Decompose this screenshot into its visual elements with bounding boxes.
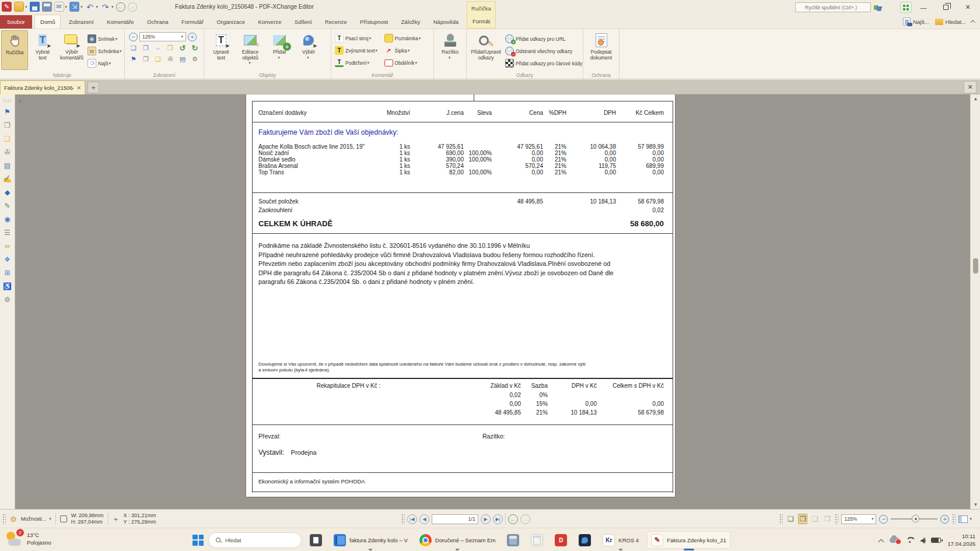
pdf-page[interactable]: Označení dodávkyMnožství J.cenaSleva Cen… — [246, 94, 675, 497]
taskbar-window-kros[interactable]: KROS 4 — [599, 531, 642, 549]
taskbar-app-calculator[interactable] — [503, 531, 523, 549]
scroll-down-icon[interactable]: ▼ — [971, 500, 980, 509]
properties-icon[interactable]: ⚙ — [2, 294, 13, 306]
new-tab-button[interactable]: + — [88, 82, 99, 93]
accessibility-icon[interactable]: ♿ — [2, 280, 13, 292]
options-caret[interactable]: ▾ — [49, 517, 51, 521]
zoom-grip2[interactable] — [835, 514, 838, 524]
print-icon[interactable] — [42, 2, 52, 12]
bookmarks-panel-icon[interactable]: ⚑ — [129, 54, 138, 64]
tab-pristupnost[interactable]: Přístupnost — [355, 15, 393, 29]
signatures-icon[interactable]: ✍ — [2, 173, 13, 185]
bookmarks-icon[interactable]: ⚑ — [2, 106, 13, 118]
start-button[interactable] — [192, 535, 204, 546]
order-icon[interactable]: ☰ — [2, 227, 13, 238]
poznamka-button[interactable]: Poznámka▾ — [384, 32, 432, 44]
actual-size-icon[interactable]: ❏ — [129, 43, 138, 52]
schranka-button[interactable]: Schránka▾ — [88, 45, 121, 57]
next-page-icon[interactable]: ▶ — [481, 514, 491, 524]
comments-panel-icon[interactable]: ❑ — [153, 54, 163, 64]
wifi-icon[interactable] — [906, 537, 914, 543]
tab-format[interactable]: Formát — [467, 15, 496, 29]
cloud-status-icon[interactable] — [890, 538, 900, 543]
upravit-text-button[interactable]: T➤ Upravit text — [208, 30, 235, 70]
panes-settings-icon[interactable]: ⚙ — [190, 54, 200, 64]
close-button[interactable]: ✕ — [958, 0, 978, 15]
pridat-upravit-odkazy-button[interactable]: Přidat/Upravit odkazy — [469, 30, 503, 70]
email-dropdown-caret[interactable]: ▾ — [65, 5, 68, 9]
zoom-in-button[interactable]: + — [940, 515, 949, 524]
two-page-continuous-icon[interactable]: ❒ — [822, 514, 832, 524]
close-tab-icon[interactable]: ✕ — [76, 85, 81, 91]
history-forward-icon[interactable]: → — [128, 2, 137, 12]
continuous-layout-icon[interactable]: ❐ — [798, 514, 807, 524]
tab-komentare[interactable]: Komentáře — [102, 15, 139, 29]
snimek-button[interactable]: Snímek▾ — [88, 33, 121, 45]
vertical-scrollbar[interactable]: ▲ ▼ — [970, 94, 980, 509]
links-icon[interactable]: ∞ — [2, 240, 13, 252]
nav-grip[interactable] — [401, 514, 405, 524]
quick-launch-input[interactable] — [795, 2, 871, 12]
panel-layout-icon[interactable] — [958, 515, 968, 523]
content-icon[interactable]: ✎ — [2, 200, 13, 212]
redo-icon[interactable] — [100, 2, 110, 12]
two-page-layout-icon[interactable]: ❑ — [810, 514, 820, 524]
tab-napoveda[interactable]: Nápověda — [428, 15, 464, 29]
tab-formular[interactable]: Formulář — [176, 15, 209, 29]
previous-page-icon[interactable]: ◀ — [419, 514, 429, 524]
tab-recenze[interactable]: Recenze — [320, 15, 352, 29]
taskbar-app-dark[interactable] — [306, 531, 326, 549]
find-button[interactable]: Najít... — [903, 17, 929, 26]
obdelnik-button[interactable]: Obdélník▾ — [384, 57, 432, 69]
attachments-panel-icon[interactable]: ✇ — [166, 54, 175, 64]
open-dropdown-caret[interactable]: ▾ — [25, 5, 27, 9]
attachments-icon[interactable]: ✇ — [2, 146, 13, 158]
pridat-odkazy-carove-button[interactable]: Přidat odkazy pro čárové kódy — [505, 57, 582, 69]
thumbnails-icon[interactable]: ❐ — [2, 120, 13, 131]
document-tab[interactable]: Faktura Zdenky kolo_2150648 ✕ — [0, 80, 85, 94]
fit-page-icon[interactable]: ❐ — [141, 43, 150, 52]
razitko-button[interactable]: Razítko▾ — [437, 30, 464, 70]
scan-icon[interactable] — [69, 2, 79, 12]
view-back-icon[interactable]: ← — [508, 514, 518, 524]
zoom-grip[interactable] — [779, 514, 783, 524]
last-page-icon[interactable]: ▶| — [493, 514, 503, 524]
taskbar-window-pdfxchange[interactable]: Faktura Zdenky kolo_21 — [647, 531, 730, 549]
fields-panel-icon[interactable]: ▤ — [178, 54, 187, 64]
pridat-button[interactable]: + Přidat▾ — [266, 30, 293, 70]
najit-button[interactable]: Najít▾ — [88, 57, 121, 69]
zoom-level-select[interactable]: 125%▾ — [139, 32, 186, 41]
view-forward-icon[interactable]: → — [520, 514, 530, 524]
weather-widget[interactable]: 2 13°C Polojasno — [6, 531, 51, 547]
launch-applications-icon[interactable]: ▾ — [874, 2, 888, 12]
tags-icon[interactable]: ❖ — [2, 254, 13, 265]
taskbar-window-faktura-doc[interactable]: faktura Zdenky kolo – V — [330, 531, 411, 549]
zoom-slider-knob[interactable] — [912, 515, 919, 522]
rucicka-button[interactable]: Ručička — [1, 30, 28, 70]
taskbar-search[interactable]: Hledat — [208, 532, 302, 548]
zoom-slider[interactable] — [891, 518, 937, 520]
odstranit-odkazy-button[interactable]: −Odstranit všechny odkazy — [505, 45, 582, 57]
tab-sdileni[interactable]: Sdílení — [289, 15, 317, 29]
open-file-icon[interactable] — [14, 2, 24, 12]
fullscreen-icon[interactable] — [900, 2, 912, 13]
vybrat-text-button[interactable]: T➤ Vybrat text — [29, 30, 56, 70]
zoom-select[interactable]: 125%▾ — [841, 514, 876, 524]
vyber-komentaru-button[interactable]: ➤ Výběr komentářů — [57, 30, 86, 70]
clock[interactable]: 10:11 17.04.2026 — [947, 532, 975, 548]
page-number-field[interactable]: 1/1 — [432, 514, 478, 524]
tab-konverze[interactable]: Konverze — [253, 15, 286, 29]
statusbar-grip[interactable] — [2, 514, 6, 524]
taskbar-app-notepad[interactable] — [527, 531, 547, 549]
layers-icon[interactable]: ◆ — [2, 187, 13, 198]
undo-icon[interactable] — [85, 2, 95, 12]
scrollbar-thumb[interactable] — [973, 258, 978, 273]
taskbar-app-d[interactable] — [551, 531, 570, 549]
options-button[interactable]: Možnosti... — [21, 516, 47, 522]
taskbar-app-navy[interactable] — [575, 531, 594, 549]
restore-button[interactable] — [936, 0, 956, 15]
comments-icon[interactable]: ❑ — [2, 133, 13, 145]
volume-icon[interactable]: ◀)) — [920, 537, 925, 543]
sipka-button[interactable]: Šipka▾ — [384, 44, 432, 57]
zoom-in-icon[interactable]: + — [188, 33, 197, 41]
